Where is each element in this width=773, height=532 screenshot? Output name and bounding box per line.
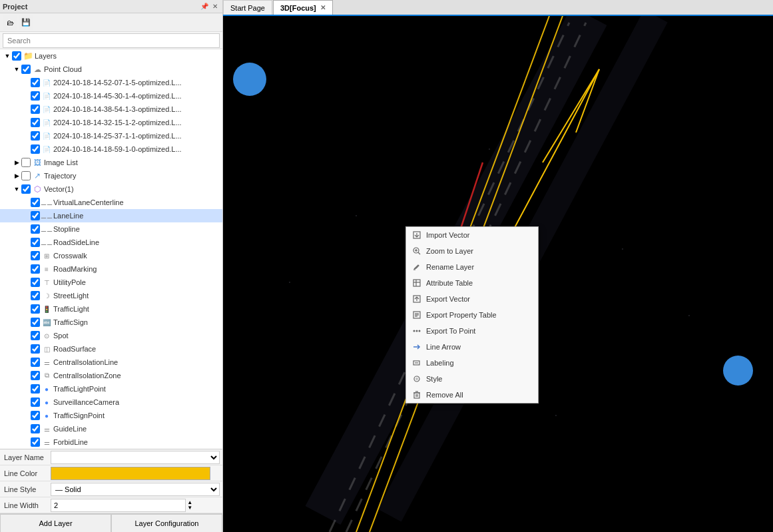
layer-item-trafficsign[interactable]: 🔤 TrafficSign [0, 316, 222, 329]
add-layer-button[interactable]: Add Layer [0, 514, 111, 532]
layer-item-layers[interactable]: ▼ 📁 Layers [0, 49, 222, 63]
roadsurface-icon: ◫ [41, 344, 52, 354]
close-panel-button[interactable]: ✕ [210, 2, 220, 11]
line-icon: ⚊⚊ [41, 237, 52, 248]
tab-start-page[interactable]: Start Page [223, 0, 272, 15]
layer-item-roadmarking[interactable]: ≡ RoadMarking [0, 262, 222, 276]
layer-checkbox-pc3[interactable] [31, 105, 40, 114]
layer-checkbox-streetlight[interactable] [31, 291, 40, 300]
layer-item-forbidline[interactable]: ⚌ ForbidLine [0, 435, 222, 449]
layer-checkbox-roadmarking[interactable] [31, 264, 40, 274]
ctx-labeling[interactable]: Labeling [406, 355, 538, 371]
layer-checkbox-central-iso-line[interactable] [31, 358, 40, 367]
layer-item-guideline[interactable]: ⚌ GuideLine [0, 422, 222, 435]
layer-label-trafficsign: TrafficSign [53, 318, 88, 326]
layer-item-pc3[interactable]: 📄 2024-10-18-14-38-54-1-3-optimized.L... [0, 103, 222, 116]
layer-item-trafficsignpoint[interactable]: ● TrafficSignPoint [0, 409, 222, 422]
layer-checkbox-pc5[interactable] [31, 131, 40, 140]
layer-checkbox-pc2[interactable] [31, 91, 40, 101]
color-swatch[interactable] [51, 467, 210, 480]
ctx-zoom-to-layer-label: Zoom to Layer [426, 247, 473, 255]
ctx-rename-layer[interactable]: Rename Layer [406, 259, 538, 275]
layer-item-image-list[interactable]: ▶ 🖼 Image List [0, 156, 222, 169]
layer-checkbox-guideline[interactable] [31, 424, 40, 433]
layer-checkbox-pc4[interactable] [31, 118, 40, 127]
save-button[interactable]: 💾 [19, 15, 33, 30]
spot-icon: ⊙ [41, 330, 52, 341]
ctx-attribute-table[interactable]: Attribute Table [406, 275, 538, 291]
ctx-remove-all[interactable]: Remove All [406, 387, 538, 403]
ctx-export-property-table[interactable]: Export Property Table [406, 307, 538, 323]
ctx-import-vector[interactable]: Import Vector [406, 227, 538, 243]
layer-checkbox-pc1[interactable] [31, 78, 40, 87]
layer-checkbox-layers[interactable] [12, 51, 21, 61]
layer-checkbox-surveillance[interactable] [31, 398, 40, 407]
layer-item-roadsideline[interactable]: ⚊⚊ RoadSideLine [0, 236, 222, 249]
layer-item-trafficlight[interactable]: 🚦 TrafficLight [0, 302, 222, 316]
layer-item-spot[interactable]: ⊙ Spot [0, 329, 222, 342]
ctx-zoom-to-layer[interactable]: Zoom to Layer [406, 243, 538, 259]
layer-checkbox-trafficsignpoint[interactable] [31, 411, 40, 420]
layer-item-pc5[interactable]: 📄 2024-10-18-14-25-37-1-1-optimized.L... [0, 129, 222, 142]
layer-checkbox-point-cloud[interactable] [21, 65, 31, 74]
layer-item-pc1[interactable]: 📄 2024-10-18-14-52-07-1-5-optimized.L... [0, 76, 222, 89]
layer-item-roadsurface[interactable]: ◫ RoadSurface [0, 342, 222, 356]
pointcloud-icon: ☁ [32, 64, 43, 75]
layer-item-laneline[interactable]: ⚊⚊ LaneLine [0, 209, 222, 222]
panel-toolbar: 🗁 💾 [0, 13, 222, 32]
layer-checkbox-crosswalk[interactable] [31, 251, 40, 260]
search-input[interactable] [3, 33, 220, 48]
layer-name-select[interactable] [51, 451, 220, 464]
layer-label-surveillance: SurveillanceCamera [53, 398, 119, 406]
layer-item-pc4[interactable]: 📄 2024-10-18-14-32-15-1-2-optimized.L... [0, 116, 222, 129]
layer-checkbox-trafficlightpoint[interactable] [31, 384, 40, 394]
layer-item-virtual-lane[interactable]: ⚊⚊ VirtualLaneCenterline [0, 196, 222, 209]
layer-item-pc2[interactable]: 📄 2024-10-18-14-45-30-1-4-optimized.L... [0, 89, 222, 103]
layer-checkbox-roadsurface[interactable] [31, 344, 40, 354]
line-width-down[interactable]: ▼ [187, 505, 192, 511]
layer-item-central-iso-line[interactable]: ⚌ CentralIsolationLine [0, 356, 222, 369]
layer-checkbox-vector1[interactable] [21, 184, 31, 194]
layer-item-vector1[interactable]: ▼ ⬡ Vector(1) [0, 182, 222, 196]
layer-checkbox-utilitypole[interactable] [31, 278, 40, 287]
layer-checkbox-stopline[interactable] [31, 224, 40, 234]
expand-icon [21, 291, 31, 300]
layer-item-trafficlightpoint[interactable]: ● TrafficLightPoint [0, 382, 222, 396]
open-button[interactable]: 🗁 [3, 15, 17, 30]
tab-3d-focus[interactable]: 3D[Focus] ✕ [273, 0, 333, 15]
layer-item-pc6[interactable]: 📄 2024-10-18-14-18-59-1-0-optimized.L... [0, 142, 222, 156]
line-width-input[interactable] [51, 499, 186, 512]
layer-checkbox-forbidline[interactable] [31, 437, 40, 447]
layer-item-central-iso-zone[interactable]: ⧉ CentralIsolationZone [0, 369, 222, 382]
ctx-style[interactable]: Style [406, 371, 538, 387]
line-color-label: Line Color [0, 469, 48, 477]
layer-checkbox-trafficsign[interactable] [31, 318, 40, 327]
layer-item-trajectory[interactable]: ▶ ↗ Trajectory [0, 169, 222, 182]
tab-close-button[interactable]: ✕ [320, 4, 326, 11]
layer-checkbox-central-iso-zone[interactable] [31, 371, 40, 380]
layer-item-crosswalk[interactable]: ⊞ Crosswalk [0, 249, 222, 262]
crosswalk-icon: ⊞ [41, 250, 52, 261]
layer-item-stopline[interactable]: ⚊⚊ Stopline [0, 222, 222, 236]
line-style-select[interactable]: — Solid [51, 483, 220, 496]
expand-icon [21, 118, 31, 127]
layer-checkbox-image-list[interactable] [21, 158, 31, 167]
layer-checkbox-roadsideline[interactable] [31, 238, 40, 247]
ctx-line-arrow[interactable]: Line Arrow [406, 339, 538, 355]
layer-item-streetlight[interactable]: ☽ StreetLight [0, 289, 222, 302]
ctx-export-vector[interactable]: Export Vector [406, 291, 538, 307]
layer-checkbox-trajectory[interactable] [21, 171, 31, 180]
layer-checkbox-pc6[interactable] [31, 144, 40, 154]
layer-checkbox-virtual-lane[interactable] [31, 198, 40, 207]
layer-checkbox-laneline[interactable] [31, 211, 40, 220]
layer-label-roadmarking: RoadMarking [53, 265, 97, 273]
layer-item-surveillance[interactable]: ● SurveillanceCamera [0, 396, 222, 409]
ctx-export-to-point[interactable]: Export To Point [406, 323, 538, 339]
layer-config-button[interactable]: Layer Configuration [111, 514, 222, 532]
pin-button[interactable]: 📌 [200, 2, 209, 11]
light-icon: ☽ [41, 290, 52, 301]
layer-item-utilitypole[interactable]: ⊤ UtilityPole [0, 276, 222, 289]
layer-item-point-cloud[interactable]: ▼ ☁ Point Cloud [0, 63, 222, 76]
layer-checkbox-trafficlight[interactable] [31, 304, 40, 314]
layer-checkbox-spot[interactable] [31, 331, 40, 340]
